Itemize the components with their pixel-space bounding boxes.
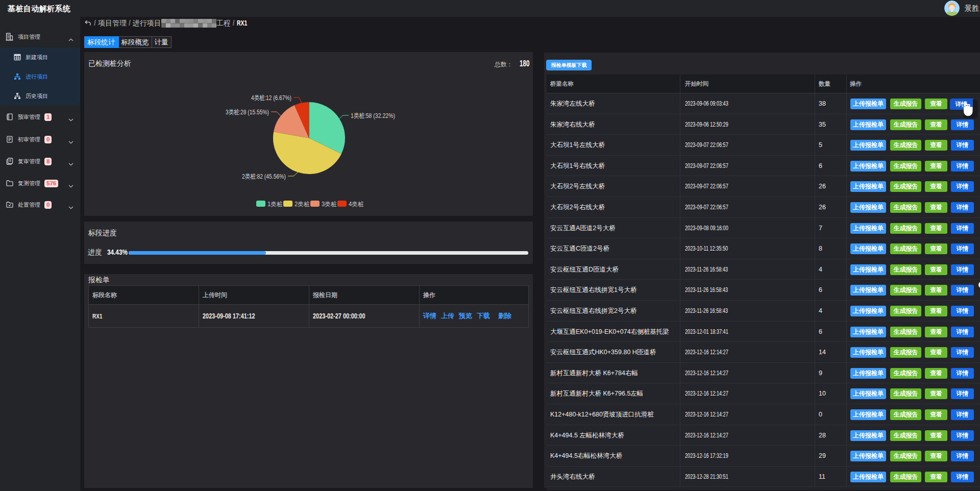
svg-text:3类桩: 3类桩	[322, 201, 337, 208]
svg-text:1类桩: 1类桩	[267, 201, 283, 208]
svg-text:1类桩:58 (32.22%): 1类桩:58 (32.22%)	[351, 112, 395, 119]
svg-text:2类桩: 2类桩	[295, 201, 310, 208]
svg-text:2类桩:82 (45.56%): 2类桩:82 (45.56%)	[242, 173, 286, 180]
svg-text:4类桩:12 (6.67%): 4类桩:12 (6.67%)	[251, 94, 291, 102]
svg-text:3类桩:28 (15.55%): 3类桩:28 (15.55%)	[226, 109, 269, 116]
svg-text:4类桩: 4类桩	[349, 201, 364, 208]
